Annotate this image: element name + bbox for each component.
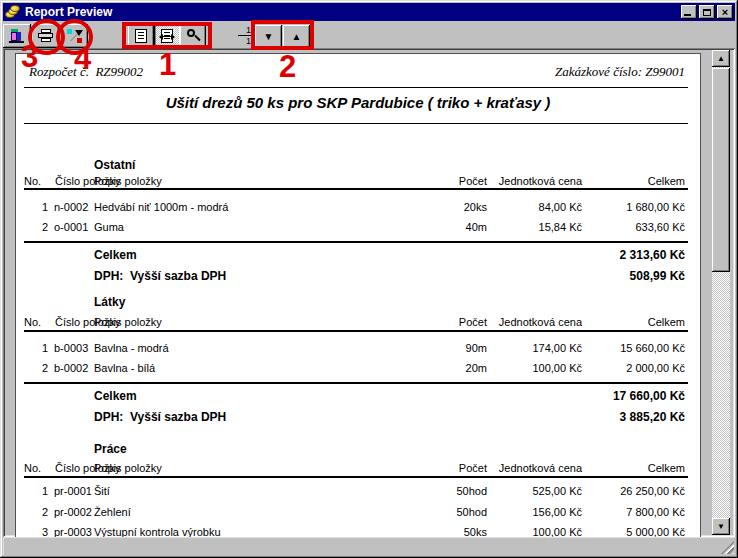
divider [24,382,688,384]
cell-no: 2 [24,221,48,233]
col-total: Celkem [648,175,685,187]
col-unit-price: Jednotková cena [499,462,582,474]
cell-quantity: 50ks [464,526,487,537]
up-arrow-icon: ▲ [717,55,725,63]
cell-no: 1 [24,342,48,354]
table-header-row: No. Číslo položky Popis položky Počet Je… [24,462,694,476]
magnifier-icon [185,29,201,43]
window-title: Report Preview [25,5,679,19]
scrollbar-thumb[interactable] [712,68,730,272]
col-no: No. [24,316,41,328]
cell-unit-price: 100,00 Kč [532,526,582,537]
view-page-width-button[interactable] [154,24,180,48]
cell-no: 2 [24,506,48,518]
preview-area: Rozpočet č. RZ99002 Zakázkové číslo: Z99… [3,48,735,537]
col-total: Celkem [648,462,685,474]
whole-page-icon [135,29,147,43]
cell-unit-price: 525,00 Kč [532,485,582,497]
col-no: No. [24,462,41,474]
annotation-number-1: 1 [159,49,176,80]
col-no: No. [24,175,41,187]
vertical-scrollbar[interactable]: ▲ ▼ [712,50,730,535]
previous-page-button[interactable]: ▲ [283,25,310,48]
report-header: Rozpočet č. RZ99002 Zakázkové číslo: Z99… [16,64,700,78]
vat-label: DPH: Vyšší sazba DPH [94,410,226,424]
col-unit-price: Jednotková cena [499,175,582,187]
up-arrow-icon: ▲ [292,32,302,42]
annotation-number-2: 2 [279,51,296,82]
section-vat-row: DPH: Vyšší sazba DPH 508,99 Kč [24,269,694,284]
cell-item-number: n-0002 [54,201,88,213]
cell-unit-price: 100,00 Kč [532,362,582,374]
table-row: 2 b-0002 Bavlna - bílá 20m 100,00 Kč 2 0… [24,362,694,376]
section-name: Ostatní [94,158,135,172]
cell-no: 2 [24,362,48,374]
vat-label: DPH: Vyšší sazba DPH [94,269,226,283]
divider [24,330,688,332]
cell-item-number: pr-0002 [54,506,92,518]
cell-item-number: b-0002 [54,362,88,374]
table-row: 1 b-0003 Bavlna - modrá 90m 174,00 Kč 15… [24,342,694,356]
title-bar[interactable]: Report Preview × [3,3,735,21]
report-title: Ušití drezů 50 ks pro SKP Pardubice ( tr… [16,94,700,111]
section-vat-row: DPH: Vyšší sazba DPH 3 885,20 Kč [24,410,694,425]
maximize-button[interactable] [699,5,715,19]
cell-description: Žehlení [94,506,131,518]
cell-description: Bavlna - bílá [94,362,155,374]
cell-total: 26 250,00 Kč [620,485,685,497]
divider [24,87,688,88]
cell-total: 633,60 Kč [635,221,685,233]
cell-total: 15 660,00 Kč [620,342,685,354]
close-button[interactable]: × [717,5,733,19]
cell-total: 7 800,00 Kč [626,506,685,518]
divider [24,476,688,478]
vat-value: 508,99 Kč [630,269,685,283]
cell-description: Guma [94,221,124,233]
page-indicator: 1 1 [238,25,251,46]
col-quantity: Počet [459,316,487,328]
cell-no: 3 [24,526,48,537]
cell-unit-price: 84,00 Kč [539,201,582,213]
page-width-icon [161,29,173,43]
cell-description: Výstupní kontrola výrobku [94,526,221,537]
status-bar [3,537,735,555]
zoom-button[interactable] [180,24,206,48]
section-name: Látky [94,295,125,309]
cell-description: Bavlna - modrá [94,342,169,354]
divider [24,123,688,124]
section-total-row: Celkem 17 660,00 Kč [24,389,694,404]
report-preview-window: Report Preview × 1 1 ▼ [0,0,738,558]
table-header-row: No. Číslo položky Popis položky Počet Je… [24,175,694,189]
cell-item-number: o-0001 [54,221,88,233]
cell-quantity: 50hod [456,485,487,497]
cell-quantity: 90m [466,342,487,354]
col-description: Popis položky [94,175,162,187]
cell-unit-price: 174,00 Kč [532,342,582,354]
cell-item-number: b-0003 [54,342,88,354]
table-row: 1 n-0002 Hedvábí niť 1000m - modrá 20ks … [24,201,694,215]
view-whole-page-button[interactable] [128,24,154,48]
order-number: Zakázkové číslo: Z99001 [555,64,685,80]
scroll-down-button[interactable]: ▼ [712,518,730,535]
minimize-button[interactable] [681,5,697,19]
col-description: Popis položky [94,462,162,474]
section-name: Práce [94,442,127,456]
scroll-up-button[interactable]: ▲ [712,50,730,67]
total-value: 17 660,00 Kč [613,389,685,403]
col-unit-price: Jednotková cena [499,316,582,328]
annotation-number-4: 4 [74,43,91,74]
col-quantity: Počet [459,175,487,187]
cell-description: Šití [94,485,110,497]
app-coins-icon [5,5,21,19]
cell-unit-price: 156,00 Kč [532,506,582,518]
cell-quantity: 50hod [456,506,487,518]
col-total: Celkem [648,316,685,328]
page-total: 1 [238,36,251,46]
resize-grip-icon[interactable] [721,541,734,554]
table-row: 2 o-0001 Guma 40m 15,84 Kč 633,60 Kč [24,221,694,235]
cell-total: 1 680,00 Kč [626,201,685,213]
down-arrow-icon: ▼ [717,523,725,531]
cell-quantity: 20ks [464,201,487,213]
cell-quantity: 20m [466,362,487,374]
next-page-button[interactable]: ▼ [255,25,282,48]
